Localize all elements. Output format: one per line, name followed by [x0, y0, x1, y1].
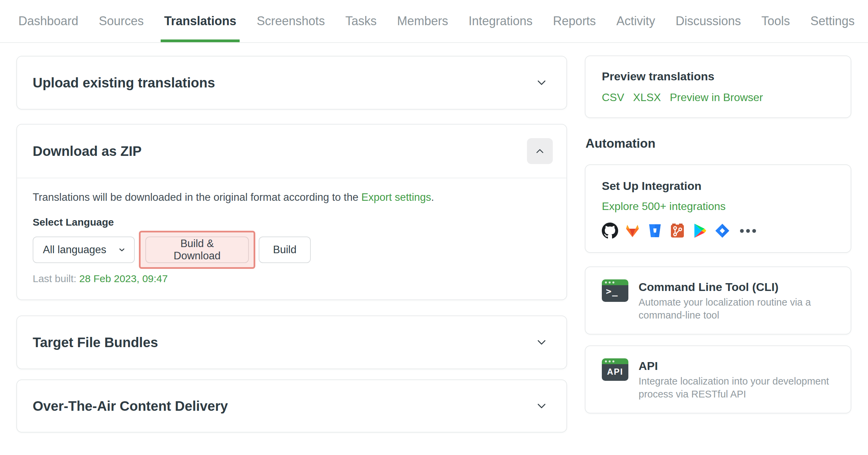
download-as-zip-panel: Download as ZIP Translations will be dow…: [16, 124, 567, 300]
language-select-value: All languages: [43, 244, 106, 256]
api-title: API: [639, 358, 834, 373]
explore-integrations-link[interactable]: Explore 500+ integrations: [602, 200, 726, 212]
ota-content-delivery-panel-header[interactable]: Over-The-Air Content Delivery: [16, 379, 567, 433]
build-and-download-button[interactable]: Build & Download: [145, 237, 249, 263]
nav-item-translations[interactable]: Translations: [162, 0, 238, 42]
cli-title: Command Line Tool (CLI): [639, 279, 834, 294]
nav-item-dashboard[interactable]: Dashboard: [16, 0, 80, 42]
select-language-label: Select Language: [33, 216, 551, 228]
automation-heading: Automation: [585, 136, 851, 151]
export-settings-link[interactable]: Export settings: [361, 191, 431, 203]
page-content: Upload existing translations Download as…: [0, 43, 868, 433]
last-built-status: Last built: 28 Feb 2023, 09:47: [33, 273, 551, 285]
chevron-down-icon: [536, 337, 547, 348]
preview-in-browser-link[interactable]: Preview in Browser: [670, 91, 763, 104]
download-as-zip-panel-header[interactable]: Download as ZIP: [17, 125, 566, 178]
api-icon: API: [602, 358, 628, 381]
nav-item-label: Translations: [164, 14, 236, 28]
api-card[interactable]: API API Integrate localization into your…: [585, 345, 851, 413]
preview-translations-title: Preview translations: [602, 70, 834, 83]
csv-link[interactable]: CSV: [602, 91, 624, 104]
nav-item-discussions[interactable]: Discussions: [674, 0, 743, 42]
gitlab-icon[interactable]: [624, 223, 641, 239]
last-built-date: 28 Feb 2023, 09:47: [79, 273, 168, 284]
terminal-icon: >_: [602, 279, 628, 302]
nav-item-activity[interactable]: Activity: [614, 0, 657, 42]
panel-title: Over-The-Air Content Delivery: [33, 399, 228, 414]
description-period: .: [431, 191, 434, 203]
cli-card[interactable]: >_ Command Line Tool (CLI) Automate your…: [585, 266, 851, 335]
google-play-icon[interactable]: [692, 223, 708, 239]
set-up-integration-title: Set Up Integration: [602, 179, 834, 193]
chevron-down-icon: [118, 246, 126, 254]
active-tab-underline: [161, 39, 240, 42]
preview-translations-card: Preview translations CSV XLSX Preview in…: [585, 55, 851, 118]
api-icon-label: API: [602, 367, 628, 377]
git-icon[interactable]: [669, 223, 686, 239]
cli-description: Automate your localization routine via a…: [639, 296, 834, 322]
panel-title: Target File Bundles: [33, 335, 158, 350]
terminal-prompt-glyph: >_: [606, 286, 618, 296]
nav-item-tools[interactable]: Tools: [759, 0, 792, 42]
api-description: Integrate localization into your develop…: [639, 375, 834, 401]
integration-icons-row: [602, 222, 834, 239]
nav-item-screenshots[interactable]: Screenshots: [255, 0, 327, 42]
download-as-zip-panel-body: Translations will be downloaded in the o…: [17, 178, 566, 299]
main-column: Upload existing translations Download as…: [16, 43, 567, 433]
chevron-down-icon: [536, 400, 547, 412]
nav-item-sources[interactable]: Sources: [97, 0, 146, 42]
more-integrations-icon[interactable]: [740, 229, 756, 233]
upload-translations-panel-header[interactable]: Upload existing translations: [16, 56, 567, 110]
cli-card-text: Command Line Tool (CLI) Automate your lo…: [639, 279, 834, 322]
target-file-bundles-panel-header[interactable]: Target File Bundles: [16, 315, 567, 369]
panel-title: Download as ZIP: [33, 144, 142, 159]
chevron-down-icon: [536, 77, 547, 88]
jira-icon[interactable]: [714, 223, 730, 239]
description-text: Translations will be downloaded in the o…: [33, 191, 361, 203]
nav-item-members[interactable]: Members: [395, 0, 450, 42]
nav-item-reports[interactable]: Reports: [551, 0, 598, 42]
xlsx-link[interactable]: XLSX: [633, 91, 661, 104]
language-select[interactable]: All languages: [33, 237, 135, 263]
main-nav: Dashboard Sources Translations Screensho…: [0, 0, 868, 43]
last-built-label: Last built:: [33, 273, 76, 284]
build-button[interactable]: Build: [259, 237, 311, 263]
sidebar: Preview translations CSV XLSX Preview in…: [585, 43, 851, 413]
collapse-panel-button[interactable]: [527, 138, 553, 164]
download-description: Translations will be downloaded in the o…: [33, 191, 551, 204]
nav-item-settings[interactable]: Settings: [808, 0, 857, 42]
nav-item-tasks[interactable]: Tasks: [343, 0, 379, 42]
build-download-highlight-annotation: Build & Download: [139, 231, 255, 269]
chevron-up-icon: [535, 146, 545, 156]
api-card-text: API Integrate localization into your dev…: [639, 358, 834, 401]
build-controls-row: All languages Build & Download Build: [33, 231, 551, 269]
set-up-integration-card: Set Up Integration Explore 500+ integrat…: [585, 164, 851, 253]
panel-title: Upload existing translations: [33, 75, 215, 91]
bitbucket-icon[interactable]: [647, 223, 663, 239]
nav-item-integrations[interactable]: Integrations: [466, 0, 534, 42]
github-icon[interactable]: [602, 223, 618, 239]
preview-links-row: CSV XLSX Preview in Browser: [602, 91, 834, 104]
